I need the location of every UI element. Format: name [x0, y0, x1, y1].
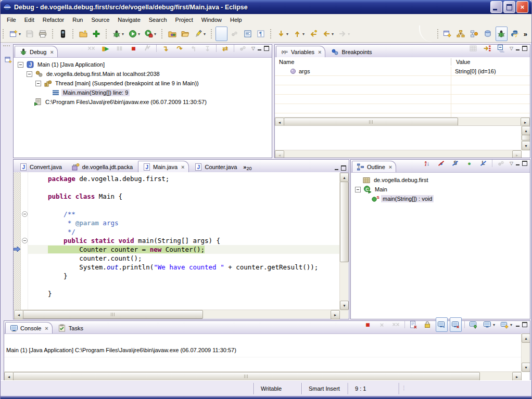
suspend-button[interactable]: ▮▮ — [113, 41, 125, 56]
menu-item-refactor[interactable]: Refactor — [39, 15, 69, 24]
menu-item-run[interactable]: Run — [68, 15, 87, 24]
editor-tab-counter-java[interactable]: JCounter.java — [190, 161, 242, 172]
menu-item-search[interactable]: Search — [145, 15, 171, 24]
debug-dropdown-icon[interactable]: ▾ — [122, 32, 124, 36]
clear-console-button[interactable] — [408, 317, 420, 332]
new-wizard-button[interactable]: ▾ — [7, 27, 22, 41]
editor-tab-convert-java[interactable]: JConvert.java — [15, 161, 66, 172]
close-tab-icon[interactable]: × — [181, 164, 184, 170]
maximize-editor-button[interactable] — [341, 165, 347, 171]
print-button[interactable] — [36, 27, 48, 41]
open-type-button[interactable] — [166, 27, 178, 41]
minimize-button[interactable] — [490, 1, 502, 13]
hierarchy-perspective-button[interactable] — [468, 27, 480, 41]
java-browsing-perspective-button[interactable] — [482, 27, 494, 41]
maximize-view-button[interactable] — [522, 161, 528, 166]
search-button[interactable]: ▾ — [192, 27, 207, 41]
close-tab-icon[interactable]: × — [50, 49, 53, 55]
debug-perspective-button[interactable] — [496, 27, 508, 41]
horizontal-scrollbar[interactable]: ◂▸ — [4, 371, 522, 380]
view-menu-icon[interactable]: ▽ — [509, 46, 514, 51]
view-menu-icon[interactable]: ▽ — [250, 46, 256, 51]
hide-local-types-button[interactable]: L — [477, 156, 489, 171]
run-button[interactable]: ▾ — [126, 27, 142, 41]
scroll-left-button[interactable]: ◂ — [275, 150, 284, 158]
column-divider[interactable] — [451, 58, 451, 66]
back-dropdown-icon[interactable]: ▾ — [332, 32, 334, 36]
scroll-left-button[interactable]: ◂ — [14, 310, 23, 319]
open-console-button[interactable]: ▾ — [499, 317, 514, 332]
vertical-scrollbar[interactable]: ▴▾ — [521, 333, 530, 372]
mark-occurrences-button[interactable] — [216, 27, 227, 41]
tree-row[interactable]: JMain (1) [Java Application] — [14, 60, 272, 69]
horizontal-scrollbar[interactable]: ◂▸ — [275, 117, 530, 126]
terminate-button[interactable]: ■ — [362, 317, 374, 332]
close-button[interactable]: × — [516, 1, 528, 13]
scroll-up-button[interactable]: ▴ — [522, 333, 530, 343]
remove-terminated-button[interactable]: ×× — [85, 41, 97, 56]
minimize-view-button[interactable] — [515, 322, 521, 327]
minimize-view-button[interactable] — [515, 161, 521, 166]
step-over-button[interactable]: ↷ — [173, 41, 185, 56]
editor-tab-de-vogella-jdt-packa[interactable]: de.vogella.jdt.packa — [67, 161, 137, 172]
show-logical-structures-button[interactable] — [481, 41, 493, 56]
fold-collapse-icon[interactable] — [22, 211, 28, 217]
menu-item-project[interactable]: Project — [171, 15, 197, 24]
run-external-dropdown-icon[interactable]: ▾ — [154, 32, 156, 36]
display-console-button[interactable]: ▾ — [482, 317, 497, 332]
vertical-scrollbar[interactable]: ▴▾ — [339, 173, 348, 310]
tab-breakpoints[interactable]: Breakpoints — [326, 46, 376, 57]
forward-dropdown-icon[interactable]: ▾ — [348, 32, 350, 36]
scroll-right-button[interactable]: ▸ — [512, 372, 522, 380]
code-editor[interactable]: package de.vogella.debug.first;public cl… — [28, 172, 340, 310]
open-perspective-button[interactable] — [441, 27, 453, 41]
open-console-dropdown-icon[interactable]: ▾ — [510, 323, 512, 327]
show-non-public-button[interactable]: ● — [463, 156, 475, 171]
maximize-button[interactable] — [503, 1, 515, 13]
show-stdout-button[interactable] — [436, 317, 448, 332]
occurrence-dots-button[interactable] — [229, 27, 240, 41]
step-filters-button[interactable]: ⇄ — [219, 41, 231, 56]
tree-row[interactable]: Main.main(String[]) line: 9 — [14, 88, 272, 97]
debug-button[interactable]: ▾ — [110, 27, 125, 41]
hide-static-button[interactable]: S — [449, 156, 461, 171]
editor-overflow-chevron[interactable]: »20 — [241, 163, 254, 172]
search-dropdown-icon[interactable]: ▾ — [204, 32, 206, 36]
pydev-perspective-button[interactable] — [509, 27, 521, 41]
hide-fields-button[interactable]: ● — [435, 156, 447, 171]
minimize-view-button[interactable] — [257, 46, 263, 51]
scroll-down-button[interactable]: ▾ — [522, 363, 530, 372]
scrollbar-thumb[interactable] — [522, 135, 530, 140]
variables-detail-pane[interactable]: ▴▾◂▸ — [275, 125, 530, 158]
fast-view-button[interactable] — [2, 53, 14, 67]
show-type-names-button[interactable] — [467, 41, 479, 56]
scroll-up-button[interactable]: ▴ — [340, 173, 349, 182]
expander-minus-icon[interactable] — [35, 81, 41, 86]
terminate-button[interactable]: ■ — [128, 41, 140, 56]
tree-row[interactable]: CMain — [351, 185, 530, 194]
tab-debug[interactable]: Debug× — [15, 46, 58, 57]
next-annotation-dropdown-icon[interactable]: ▾ — [286, 32, 288, 36]
expander-minus-icon[interactable] — [27, 71, 32, 77]
resume-button[interactable]: ▮▶ — [99, 41, 111, 56]
back-button[interactable]: ▾ — [320, 27, 335, 41]
open-resource-button[interactable] — [179, 27, 191, 41]
scroll-down-button[interactable]: ▾ — [522, 141, 530, 150]
device-button[interactable] — [57, 27, 69, 41]
perspective-overflow-chevron[interactable]: » — [524, 30, 527, 38]
scrollbar-thumb[interactable] — [13, 372, 480, 380]
step-into-button[interactable]: ↴ — [159, 41, 171, 56]
run-external-button[interactable]: ▾ — [143, 27, 158, 41]
scrollbar-thumb[interactable] — [23, 310, 203, 319]
view-menu-icon[interactable]: ▽ — [509, 161, 514, 166]
variable-row[interactable]: argsString[0] (id=16) — [275, 67, 530, 76]
menu-item-edit[interactable]: Edit — [20, 15, 39, 24]
column-header-value[interactable]: Value — [452, 57, 470, 67]
menu-item-file[interactable]: File — [3, 15, 20, 24]
team-perspective-button[interactable] — [455, 27, 467, 41]
collapse-all-button[interactable] — [495, 41, 507, 56]
run-dropdown-icon[interactable]: ▾ — [138, 32, 140, 36]
tree-row[interactable]: de.vogella.debug.first — [351, 175, 530, 185]
tree-row[interactable]: de.vogella.debug.first.Main at localhost… — [14, 69, 272, 79]
tree-row[interactable]: C:\Program Files\Java\jre6\bin\javaw.exe… — [14, 97, 272, 107]
